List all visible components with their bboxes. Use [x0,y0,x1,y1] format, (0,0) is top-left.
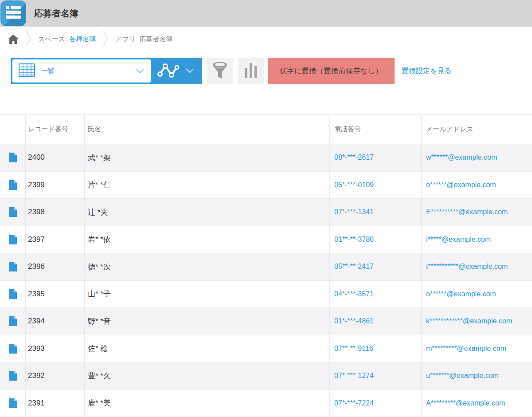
email-link[interactable]: o******@example.com [426,181,496,189]
record-number: 2397 [28,235,45,244]
bar-chart-icon [244,63,258,79]
table-row[interactable]: 2399 片* *仁 05*-***-0109 o******@example.… [0,172,532,199]
email-link[interactable]: i*****@example.com [426,236,491,244]
table-row[interactable]: 2400 武* *架 08*-***-2617 w******@example.… [0,144,532,172]
breadcrumb-app-name: 応募者名簿 [139,35,172,43]
document-icon[interactable] [9,153,17,162]
header-email[interactable]: メールアドレス [421,115,532,144]
phone-link[interactable]: 07*-***-1274 [334,372,374,380]
app-menu-button[interactable] [0,0,26,26]
breadcrumb: スペース: 各種名簿 アプリ: 応募者名簿 [0,27,532,52]
email-cell: u*******@example.com [421,362,532,389]
record-number-cell: 2399 [25,172,84,199]
email-link[interactable]: m*********@example.com [426,345,506,353]
masked-name: 野* *音 [88,316,111,327]
masked-name: 岩* *依 [88,234,111,244]
phone-cell: 01**-**-3780 [329,226,421,253]
record-icon-cell [0,390,25,417]
name-cell: 辻 *夫 [84,199,329,226]
record-number: 2395 [28,290,45,299]
page-title: 応募者名簿 [34,8,78,20]
record-icon-cell [0,362,25,389]
record-icon-cell [0,172,25,199]
document-icon[interactable] [9,235,17,244]
masked-name: 佐* 稔 [88,343,108,354]
table-row[interactable]: 2393 佐* 稔 07**-**-9116 m*********@exampl… [0,335,532,363]
record-number: 2394 [28,317,45,326]
document-icon[interactable] [9,398,17,408]
name-cell: 山* *子 [84,281,329,308]
email-link[interactable]: u*******@example.com [426,372,499,380]
phone-link[interactable]: 04*-***-3571 [334,290,374,298]
document-icon[interactable] [9,289,17,299]
header-phone[interactable]: 電話番号 [329,115,421,144]
home-icon[interactable] [8,35,19,44]
masked-name: 徳* *次 [88,262,111,272]
name-cell: 豊* *久 [84,362,329,389]
phone-link[interactable]: 01**-**-3780 [334,236,374,244]
phone-cell: 07*-***-1341 [329,199,421,226]
record-number-cell: 2397 [25,226,84,253]
chart-button[interactable] [238,58,264,84]
phone-link[interactable]: 07**-**-9116 [334,345,373,353]
table-row[interactable]: 2398 辻 *夫 07*-***-1341 E**********@examp… [0,199,532,226]
email-link[interactable]: E**********@example.com [426,208,508,216]
selected-view-label: 一覧 [41,67,55,75]
name-cell: 徳* *次 [84,253,329,280]
header-icon-column [0,115,25,144]
email-link[interactable]: t***********@example.com [426,263,508,271]
email-cell: A*********@example.com [421,390,532,417]
graph-view-button[interactable] [151,59,200,83]
phone-cell: 05**-**-2417 [329,253,421,280]
table-row[interactable]: 2395 山* *子 04*-***-3571 o******@example.… [0,281,532,308]
record-number: 2398 [28,208,45,216]
record-number-cell: 2400 [25,144,84,171]
document-icon[interactable] [9,180,17,190]
email-link[interactable]: o******@example.com [426,290,496,298]
document-icon[interactable] [9,262,17,271]
document-icon[interactable] [9,371,17,381]
record-number: 2393 [28,344,45,353]
email-link[interactable]: w******@example.com [426,153,497,161]
breadcrumb-space-link[interactable]: 各種名簿 [69,35,96,43]
table-row[interactable]: 2396 徳* *次 05**-**-2417 t***********@exa… [0,253,532,281]
record-number: 2392 [28,371,45,380]
phone-cell: 08*-***-2617 [329,144,421,171]
phone-link[interactable]: 05**-**-2417 [334,263,374,271]
replace-masked-button[interactable]: 伏字に置換（置換前保存なし） [268,58,395,84]
email-link[interactable]: A*********@example.com [426,399,505,407]
phone-link[interactable]: 05*-***-0109 [334,181,374,189]
view-select-dropdown[interactable]: 一覧 [12,59,151,83]
phone-link[interactable]: 08*-***-2617 [334,153,374,161]
replace-settings-link[interactable]: 置換設定を見る [402,67,452,76]
header-name[interactable]: 氏名 [84,115,329,144]
name-cell: 岩* *依 [84,226,329,253]
table-row[interactable]: 2394 野* *音 01*-***-4861 k************@ex… [0,308,532,335]
phone-cell: 07**-**-9116 [329,335,421,362]
phone-link[interactable]: 07*-***-7224 [334,399,374,407]
masked-name: 豊* *久 [88,371,111,381]
record-number: 2391 [28,399,45,408]
table-row[interactable]: 2391 鹿* *美 07*-***-7224 A*********@examp… [0,390,532,417]
table-body: 2400 武* *架 08*-***-2617 w******@example.… [0,144,532,417]
document-icon[interactable] [9,344,17,354]
masked-name: 武* *架 [88,153,111,163]
name-cell: 片* *仁 [84,172,329,199]
table-row[interactable]: 2397 岩* *依 01**-**-3780 i*****@example.c… [0,226,532,254]
record-number-cell: 2395 [25,281,84,308]
masked-name: 山* *子 [88,289,111,299]
email-link[interactable]: k************@example.com [426,317,512,325]
phone-link[interactable]: 01*-***-4861 [334,317,374,325]
record-number-cell: 2392 [25,362,84,389]
record-number-cell: 2394 [25,308,84,335]
document-icon[interactable] [9,207,17,217]
record-number-cell: 2393 [25,335,84,362]
phone-link[interactable]: 07*-***-1341 [334,208,374,216]
filter-button[interactable] [207,58,233,84]
email-cell: o******@example.com [421,172,532,199]
header-record-number[interactable]: レコード番号 [25,115,84,144]
document-icon[interactable] [9,316,17,326]
name-cell: 武* *架 [84,144,329,171]
table-grid-icon [19,63,35,79]
table-row[interactable]: 2392 豊* *久 07*-***-1274 u*******@example… [0,362,532,390]
